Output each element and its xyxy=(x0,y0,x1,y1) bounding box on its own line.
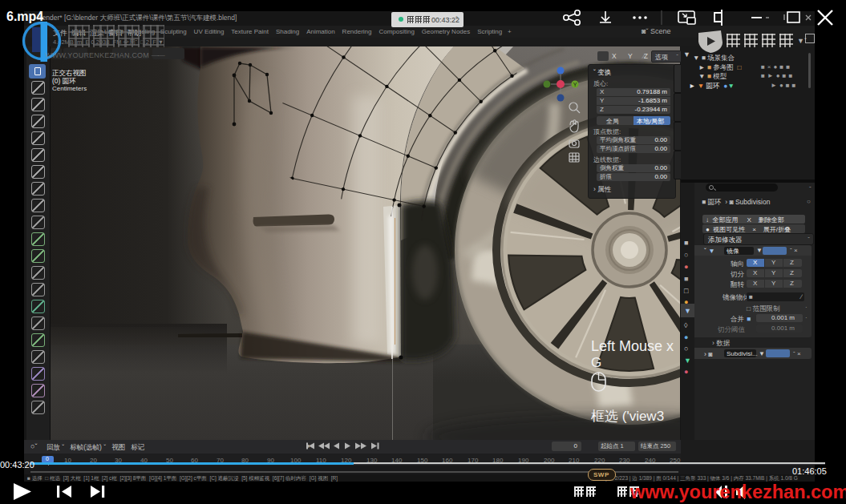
svg-text:Y: Y xyxy=(573,82,577,87)
